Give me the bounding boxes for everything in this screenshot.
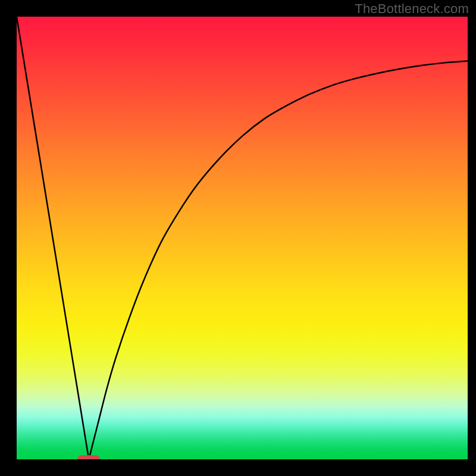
bottleneck-marker [77,455,100,459]
left-branch-path [17,17,89,459]
plot-area [17,17,468,459]
chart-frame [8,17,468,468]
watermark-text: TheBottleneck.com [355,1,469,17]
right-branch-path [89,61,468,459]
curve-layer [17,17,468,459]
